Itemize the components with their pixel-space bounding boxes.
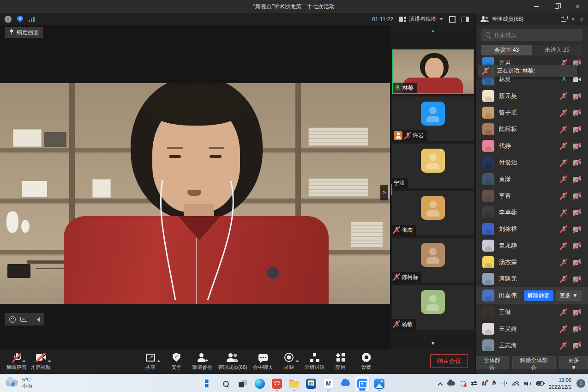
video-tile[interactable]: 宁淦 <box>392 144 474 188</box>
unmute-all-button[interactable]: 解除全体静音 <box>512 356 556 369</box>
member-camera-icon[interactable] <box>573 160 581 165</box>
member-mic-icon[interactable] <box>561 309 566 315</box>
member-mic-icon[interactable] <box>561 193 566 199</box>
member-camera-icon[interactable] <box>573 310 581 315</box>
footer-more-button[interactable]: 更多 ▼ <box>559 356 588 369</box>
appgallery-button[interactable] <box>270 376 284 392</box>
battery-icon[interactable] <box>536 381 544 386</box>
member-camera-icon[interactable] <box>573 77 581 82</box>
photos-app-button[interactable] <box>372 376 387 392</box>
member-row[interactable]: 李卓蓉 <box>476 204 588 221</box>
ime-indicator[interactable]: 中 <box>501 380 507 388</box>
member-more-button[interactable]: 更多 ▼ <box>556 290 582 301</box>
toolbar-security-button[interactable]: 安全 <box>164 350 188 373</box>
member-mic-icon[interactable] <box>561 77 566 83</box>
record-options-caret-icon[interactable] <box>295 360 299 362</box>
member-search[interactable] <box>481 29 582 41</box>
quick-chat-icon[interactable] <box>20 317 27 322</box>
emoji-icon[interactable] <box>9 316 16 323</box>
member-row[interactable]: 李青 <box>476 187 588 204</box>
member-mic-icon[interactable] <box>561 93 566 99</box>
member-row[interactable]: 王健 <box>476 304 588 320</box>
popout-panel-icon[interactable] <box>561 17 566 22</box>
meeting-app-button[interactable] <box>355 376 370 392</box>
start-button[interactable] <box>201 376 216 392</box>
task-view-button[interactable] <box>235 376 250 392</box>
toolbar-manage-members-button[interactable]: 管理成员(68) <box>216 350 249 373</box>
share-options-caret-icon[interactable] <box>157 360 161 362</box>
member-row[interactable]: 蔡元英 <box>476 88 588 104</box>
notification-badge[interactable]: 1 <box>576 379 585 388</box>
tab-not-joined[interactable]: 未进入·25 <box>532 45 583 55</box>
member-row[interactable]: 付俊治 <box>476 154 588 171</box>
scroll-down-icon[interactable]: ▼ <box>390 341 475 346</box>
member-row[interactable]: 王灵婧 <box>476 320 588 337</box>
search-input[interactable] <box>494 32 578 38</box>
toolbar-invite-button[interactable]: + 邀请参会 <box>190 350 214 373</box>
member-camera-icon[interactable] <box>573 94 581 99</box>
network-signal-icon[interactable] <box>29 17 35 22</box>
toolbar-unmute-button[interactable]: 解除静音 <box>5 350 29 373</box>
panel-menu-icon[interactable]: ≡ <box>580 16 583 23</box>
wifi-icon[interactable] <box>512 381 519 386</box>
member-mic-icon[interactable] <box>561 143 566 149</box>
member-mic-icon[interactable] <box>561 276 566 282</box>
clock-widget[interactable]: 19:06 2022/12/1 <box>549 377 571 390</box>
mixer-icon[interactable] <box>471 381 477 386</box>
lock-view-button[interactable]: 锁定画面 <box>5 27 43 38</box>
protection-shield-icon[interactable] <box>17 16 23 23</box>
video-tile[interactable]: 林黎 <box>392 49 474 94</box>
close-panel-icon[interactable]: × <box>571 16 575 23</box>
member-mic-icon[interactable] <box>561 127 566 133</box>
mic-options-caret-icon[interactable] <box>22 360 26 362</box>
toolbar-breakout-button[interactable]: 分组讨论 <box>303 350 327 373</box>
member-row[interactable]: 陈柯标 <box>476 121 588 138</box>
member-camera-icon[interactable] <box>573 243 581 248</box>
toolbar-share-button[interactable]: 共享 <box>138 350 162 373</box>
toolbar-chat-button[interactable]: 会中聊天 <box>251 350 275 373</box>
minimize-button[interactable] <box>526 0 546 13</box>
toolbar-apps-button[interactable]: 应用 <box>329 350 353 373</box>
taskbar-search-button[interactable] <box>218 376 233 392</box>
tab-in-meeting[interactable]: 会议中·43 <box>481 45 532 55</box>
member-mic-icon[interactable] <box>561 226 566 232</box>
restore-button[interactable] <box>546 0 567 13</box>
member-mic-icon[interactable] <box>561 259 566 265</box>
member-camera-icon[interactable] <box>573 110 581 115</box>
video-tile[interactable]: 陈柯标 <box>392 238 474 283</box>
member-row[interactable]: 代婷 <box>476 138 588 154</box>
sync-icon[interactable] <box>460 381 466 386</box>
onedrive-icon[interactable] <box>447 381 455 386</box>
tray-overflow-icon[interactable] <box>438 382 443 387</box>
scroll-up-icon[interactable]: ▲ <box>390 28 475 33</box>
member-row[interactable]: 覃龙静 <box>476 237 588 254</box>
mute-all-button[interactable]: 全体静音 <box>476 356 509 369</box>
member-camera-icon[interactable] <box>573 210 581 215</box>
member-mic-icon[interactable] <box>561 176 566 182</box>
weather-widget[interactable]: 5°C 小雨 <box>6 376 32 390</box>
member-camera-icon[interactable] <box>573 277 581 282</box>
member-mic-icon[interactable] <box>561 243 566 249</box>
m-tray-icon[interactable]: M <box>482 381 486 386</box>
member-row[interactable]: 田嘉伟 解除静音 更多 ▼ <box>476 287 588 304</box>
collapse-left-icon[interactable] <box>37 317 40 322</box>
member-camera-icon[interactable] <box>573 343 581 348</box>
member-row[interactable]: 黄潇 <box>476 171 588 187</box>
member-mic-icon[interactable] <box>561 110 566 116</box>
end-meeting-button[interactable]: 结束会议 <box>430 354 468 368</box>
speaker-icon[interactable] <box>524 381 531 386</box>
member-row[interactable]: 唐路元 <box>476 271 588 287</box>
member-camera-icon[interactable] <box>573 193 581 199</box>
cloud-app-button[interactable] <box>338 376 353 392</box>
view-mode-selector[interactable]: 演讲者视图 <box>399 15 443 23</box>
member-camera-icon[interactable] <box>573 177 581 182</box>
meeting-info-icon[interactable] <box>5 16 12 23</box>
markdown-app-button[interactable]: M <box>321 376 336 392</box>
member-row[interactable]: 曾子瑶 <box>476 104 588 121</box>
member-mic-icon[interactable] <box>561 343 566 349</box>
strip-collapse-handle[interactable]: > <box>380 185 388 200</box>
member-camera-icon[interactable] <box>573 127 581 132</box>
member-mic-icon[interactable] <box>561 160 566 166</box>
video-tile[interactable]: 张杰 <box>392 191 474 235</box>
toolbar-record-button[interactable]: 录制 <box>277 350 301 373</box>
